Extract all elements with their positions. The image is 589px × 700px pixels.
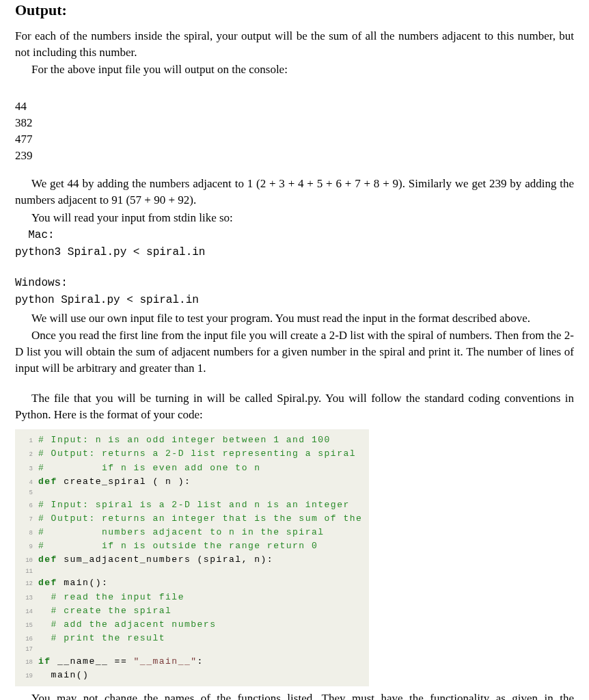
code-line: 18if __name__ == "__main__": — [18, 655, 366, 669]
code-line: 5 — [18, 489, 366, 498]
code-line: 17 — [18, 645, 366, 655]
sample-line: 44 — [15, 98, 574, 115]
para-output-desc: For each of the numbers inside the spira… — [15, 28, 574, 61]
para-turnin: The file that you will be turning in wil… — [15, 390, 574, 423]
code-line: 12def main(): — [18, 576, 366, 590]
code-line: 13 # read the input file — [18, 591, 366, 604]
windows-label: Windows: — [15, 275, 574, 291]
sample-output-block: 44 382 477 239 — [15, 98, 574, 163]
code-line: 7# Output: returns an integer that is th… — [18, 512, 366, 526]
code-line: 1# Input: n is an odd integer between 1 … — [18, 433, 366, 447]
code-line: 19 main() — [18, 669, 366, 682]
mac-command: python3 Spiral.py < spiral.in — [15, 245, 574, 260]
code-line: 10def sum_adjacent_numbers (spiral, n): — [18, 553, 366, 567]
sample-line: 239 — [15, 148, 574, 164]
sample-line: 382 — [15, 115, 574, 131]
mac-label: Mac: — [15, 228, 574, 243]
code-line: 3# if n is even add one to n — [18, 461, 366, 475]
para-stdin-lead: You will read your input from stdin like… — [15, 210, 574, 226]
para-own-input: We will use our own input file to test y… — [15, 310, 574, 327]
code-line: 11 — [18, 567, 366, 577]
code-line: 4def create_spiral ( n ): — [18, 475, 366, 489]
para-explain-44: We get 44 by adding the numbers adjacent… — [15, 176, 574, 208]
para-2d-list: Once you read the first line from the in… — [15, 327, 574, 376]
section-heading: Output: — [15, 0, 574, 21]
code-line: 15 # add the adjacent numbers — [18, 618, 366, 632]
code-line: 6# Input: spiral is a 2-D list and n is … — [18, 498, 366, 512]
code-line: 8# numbers adjacent to n in the spiral — [18, 526, 366, 539]
code-line: 16 # print the result — [18, 632, 366, 645]
code-line: 9# if n is outside the range return 0 — [18, 539, 366, 553]
windows-command: python Spiral.py < spiral.in — [15, 293, 574, 308]
para-no-change-names: You may not change the names of the func… — [15, 690, 574, 700]
para-console-lead: For the above input file you will output… — [15, 62, 574, 78]
code-listing: 1# Input: n is an odd integer between 1 … — [15, 429, 369, 686]
code-line: 14 # create the spiral — [18, 604, 366, 618]
code-line: 2# Output: returns a 2-D list representi… — [18, 447, 366, 461]
sample-line: 477 — [15, 131, 574, 148]
